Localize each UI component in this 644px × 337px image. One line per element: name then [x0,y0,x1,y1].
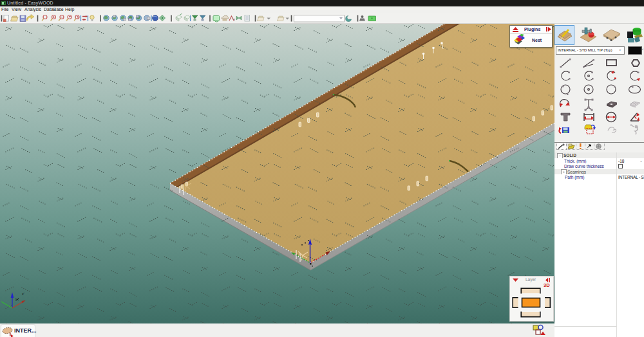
svg-text:x': x' [22,292,24,296]
